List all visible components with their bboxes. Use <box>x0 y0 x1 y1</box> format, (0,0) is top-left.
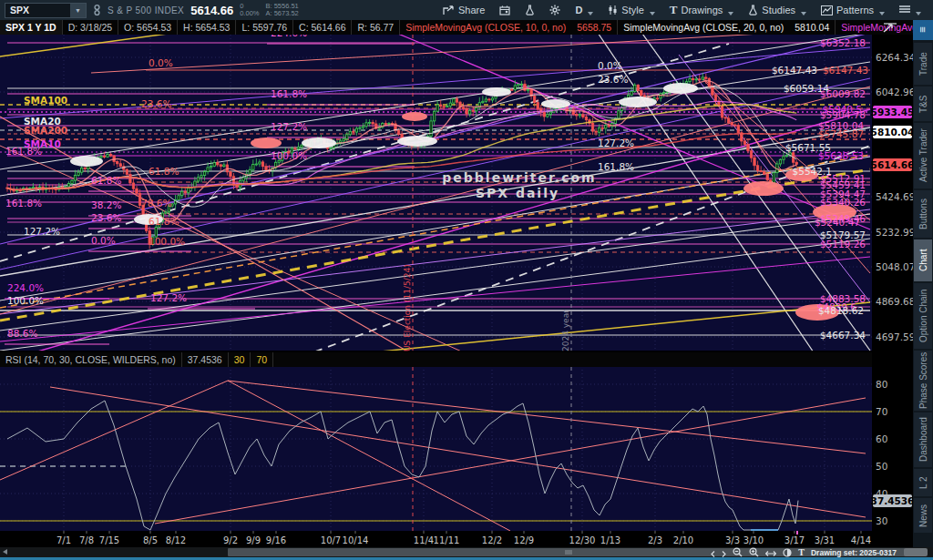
flask-icon <box>525 5 535 15</box>
svg-text:2/10: 2/10 <box>673 535 693 545</box>
rsi-overbought-value: 70 <box>251 352 273 367</box>
chart-bottom-controls: T Drawing set: 2025-0317 <box>711 547 897 557</box>
svg-text:5424.69: 5424.69 <box>876 191 913 202</box>
svg-text:38.2%: 38.2% <box>91 199 121 210</box>
sidebar-tab-dashboard[interactable]: Dashboard <box>914 412 932 467</box>
svg-text:6042.96: 6042.96 <box>876 87 913 97</box>
svg-text:$5904.78: $5904.78 <box>820 109 866 120</box>
svg-text:5232.99: 5232.99 <box>876 227 913 238</box>
studies-button[interactable]: Studies <box>741 0 814 20</box>
svg-text:60: 60 <box>876 433 887 444</box>
caret-icon <box>588 12 593 15</box>
svg-text:0.0%: 0.0% <box>149 57 173 68</box>
svg-text:2/3: 2/3 <box>648 535 662 545</box>
svg-text:$4667.34: $4667.34 <box>820 330 866 341</box>
svg-text:7/1: 7/1 <box>56 535 71 545</box>
svg-text:127.2%: 127.2% <box>271 121 307 132</box>
caret-icon <box>650 12 655 15</box>
timeframe-button[interactable]: D <box>568 0 600 20</box>
sidebar-tab-option-chain[interactable]: Option Chain <box>914 283 932 349</box>
svg-text:0.0%: 0.0% <box>91 235 116 246</box>
sidebar-tab-active-trader[interactable]: Active Trader <box>914 123 932 188</box>
studies-flask-icon <box>748 5 758 15</box>
svg-text:10/7: 10/7 <box>321 535 341 545</box>
share-icon <box>443 5 455 15</box>
svg-text:161.8%: 161.8% <box>598 161 634 172</box>
svg-text:23.6%: 23.6% <box>91 212 121 223</box>
svg-text:10/14: 10/14 <box>343 535 369 545</box>
sidebar-tab-l-2[interactable]: L 2 <box>914 469 932 496</box>
patterns-icon <box>821 5 833 15</box>
calendar-button[interactable] <box>492 0 518 20</box>
bid-ask-block: B: 5556.51A: 5673.52 <box>265 3 298 17</box>
symbol-timeframe-cell: SPX 1 Y 1D <box>0 20 63 35</box>
symbol-dropdown-icon[interactable]: ▼ <box>70 4 86 17</box>
svg-text:$5340.26: $5340.26 <box>820 197 866 208</box>
svg-text:50: 50 <box>876 461 887 472</box>
rsi-study-label[interactable]: RSI (14, 70, 30, CLOSE, WILDERS, no) <box>0 352 182 367</box>
sidebar-menu-button[interactable]: ≡ <box>913 20 933 40</box>
patterns-button[interactable]: Patterns <box>814 0 892 20</box>
svg-text:9/9: 9/9 <box>246 535 261 545</box>
svg-text:6264.34: 6264.34 <box>876 52 913 63</box>
svg-text:2024 year: 2024 year <box>561 310 570 351</box>
svg-text:100.0%: 100.0% <box>149 236 185 247</box>
list-icon <box>899 5 910 15</box>
resize-grip[interactable] <box>904 548 928 556</box>
candles-icon <box>608 5 618 15</box>
sidebar-tab-phase-scores[interactable]: Phase Scores <box>914 351 932 411</box>
svg-text:23.6%: 23.6% <box>598 74 628 85</box>
range-cell: R: 56.77 <box>352 20 400 35</box>
hamburger-icon: ≡ <box>918 26 928 33</box>
svg-text:12/9: 12/9 <box>514 535 534 545</box>
drawings-button[interactable]: T Drawings <box>662 0 742 20</box>
svg-text:$5240.47: $5240.47 <box>815 217 860 228</box>
svg-text:1/13: 1/13 <box>600 535 620 545</box>
chart-canvas[interactable]: US Election (11/5/24)2024 year224.0%0.0%… <box>0 35 913 547</box>
symbol-input[interactable]: SPX ▼ <box>5 3 87 18</box>
text-note-icon[interactable]: T <box>798 547 805 557</box>
svg-text:127.2%: 127.2% <box>24 226 60 237</box>
sidebar-tab-news[interactable]: News <box>914 498 932 533</box>
svg-text:5048.07: 5048.07 <box>876 261 913 272</box>
flask-button[interactable] <box>518 0 542 20</box>
sma20-value: 5810.04 <box>789 20 836 35</box>
style-button[interactable]: Style <box>600 0 661 20</box>
svg-text:12/2: 12/2 <box>482 535 502 545</box>
svg-text:61.8%: 61.8% <box>91 175 121 186</box>
chart-mode-icon[interactable] <box>877 21 904 35</box>
svg-text:9/16: 9/16 <box>266 535 286 545</box>
sidebar-tabs: TradeT&SActive TraderButtonsChartOption … <box>913 40 933 533</box>
symbol-value[interactable]: SPX <box>5 5 70 15</box>
svg-text:12/30: 12/30 <box>569 535 596 545</box>
svg-text:$6147.43: $6147.43 <box>823 65 868 76</box>
scrollbar-grip <box>565 550 572 555</box>
svg-text:$5119.26: $5119.26 <box>820 239 866 249</box>
share-button[interactable]: Share <box>436 0 492 20</box>
svg-text:127.2%: 127.2% <box>598 137 634 148</box>
svg-text:23.6%: 23.6% <box>141 98 171 109</box>
sidebar-tab-trade[interactable]: Trade <box>914 43 932 85</box>
svg-text:9/2: 9/2 <box>223 535 238 545</box>
svg-text:7/15: 7/15 <box>99 535 119 545</box>
svg-text:37.4536: 37.4536 <box>871 495 913 506</box>
svg-text:$6009.82: $6009.82 <box>820 88 866 99</box>
svg-text:7/8: 7/8 <box>79 535 94 545</box>
svg-text:4697.59: 4697.59 <box>876 331 913 342</box>
last-price: 5614.66 <box>190 4 233 17</box>
gear-button[interactable] <box>542 0 568 20</box>
drawing-set-label[interactable]: Drawing set: 2025-0317 <box>811 548 897 557</box>
svg-text:161.8%: 161.8% <box>271 88 307 99</box>
rsi-header-row: RSI (14, 70, 30, CLOSE, WILDERS, no) 37.… <box>0 351 872 367</box>
svg-text:$6352.18: $6352.18 <box>820 37 866 48</box>
sidebar-tab-t-s[interactable]: T&S <box>914 87 932 121</box>
link-icon[interactable] <box>93 4 101 16</box>
horizontal-scrollbar: T Drawing set: 2025-0317 <box>0 547 933 557</box>
ohlc-data-row: SPX 1 Y 1D D: 3/18/25 O: 5654.53 H: 5654… <box>0 20 913 35</box>
scroll-left-icon[interactable] <box>3 549 7 555</box>
svg-text:11/4: 11/4 <box>414 535 434 545</box>
sidebar-tab-chart[interactable]: Chart <box>914 239 932 281</box>
svg-text:0.0%: 0.0% <box>598 60 622 71</box>
list-button[interactable] <box>892 0 928 20</box>
sidebar-tab-buttons[interactable]: Buttons <box>914 190 932 238</box>
